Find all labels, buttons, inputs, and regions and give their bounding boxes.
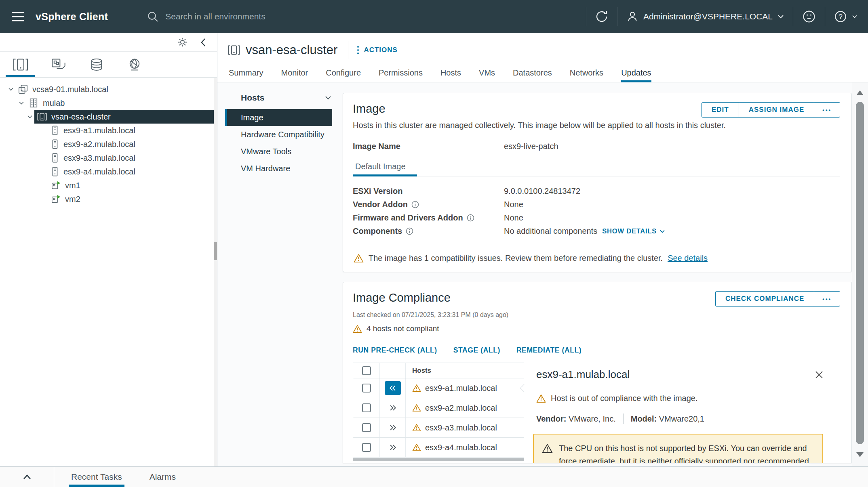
more-actions-button[interactable]: ••• [814, 103, 840, 117]
components-label: Components [353, 227, 402, 236]
tree-item-datacenter[interactable]: mulab [0, 96, 217, 110]
main-scrollbar-thumb[interactable] [856, 102, 864, 444]
edit-button[interactable]: EDIT [702, 103, 739, 117]
tab-networking[interactable] [116, 52, 154, 77]
tab-permissions[interactable]: Permissions [379, 64, 423, 82]
inventory-panel: vcsa9-01.mulab.local mulab vsan-esa-clus… [0, 33, 217, 466]
collapse-row-button[interactable] [385, 381, 401, 395]
tree-item-host[interactable]: esx9-a1.mulab.local [0, 124, 217, 137]
tab-summary[interactable]: Summary [229, 64, 263, 82]
gear-icon[interactable] [177, 37, 188, 48]
help-menu[interactable]: ? [834, 10, 857, 23]
close-icon[interactable] [814, 370, 824, 380]
select-all-checkbox[interactable] [362, 366, 371, 375]
cpu-warning-text: The CPU on this host is not supported by… [559, 442, 812, 463]
tab-datastores[interactable]: Datastores [513, 64, 552, 82]
hamburger-menu-icon[interactable] [0, 0, 36, 33]
subnav-item-vm-hardware[interactable]: VM Hardware [225, 160, 332, 177]
tab-vms[interactable]: VMs [479, 64, 495, 82]
collapse-panel-icon[interactable] [200, 38, 206, 47]
tab-alarms[interactable]: Alarms [147, 467, 178, 487]
top-bar: vSphere Client Administrator@VSPHERE.LOC… [0, 0, 868, 33]
divider [793, 7, 793, 26]
tree-item-vcenter[interactable]: vcsa9-01.mulab.local [0, 82, 217, 96]
tab-monitor[interactable]: Monitor [281, 64, 308, 82]
info-icon[interactable] [411, 201, 419, 208]
subnav-item-hardware-compatibility[interactable]: Hardware Compatibility [225, 126, 332, 143]
tab-hosts-and-clusters[interactable] [2, 52, 40, 77]
tab-networks[interactable]: Networks [570, 64, 603, 82]
stage-all-link[interactable]: STAGE (ALL) [453, 346, 500, 355]
row-checkbox[interactable] [362, 384, 371, 393]
tree-item-label: mulab [43, 99, 65, 108]
scroll-down-arrow[interactable] [856, 452, 864, 457]
assign-image-button[interactable]: ASSIGN IMAGE [739, 103, 814, 117]
row-checkbox[interactable] [362, 443, 371, 452]
tree-item-cluster[interactable]: vsan-esa-cluster [0, 110, 217, 124]
subnav-item-vmware-tools[interactable]: VMware Tools [225, 143, 332, 160]
warning-icon [353, 325, 362, 333]
tab-configure[interactable]: Configure [326, 64, 361, 82]
inventory-scrollbar-thumb[interactable] [214, 242, 217, 260]
show-details-button[interactable]: SHOW DETAILS [602, 227, 665, 235]
chevron-down-icon[interactable] [17, 101, 26, 105]
warning-icon [536, 394, 546, 403]
host-name: esx9-a2.mulab.local [425, 403, 497, 413]
row-checkbox[interactable] [362, 403, 371, 412]
tree-item-host[interactable]: esx9-a4.mulab.local [0, 165, 217, 178]
search-input[interactable] [165, 12, 339, 21]
table-row[interactable]: esx9-a3.mulab.local [353, 418, 524, 438]
warning-icon [412, 443, 421, 451]
info-icon[interactable] [467, 214, 474, 222]
table-row[interactable]: esx9-a4.mulab.local [353, 438, 524, 458]
footer-tabs: Recent Tasks Alarms [69, 467, 178, 487]
tree-item-vm[interactable]: vm1 [0, 178, 217, 192]
expand-row-button[interactable] [385, 401, 401, 415]
scroll-up-arrow[interactable] [856, 90, 864, 95]
tab-hosts[interactable]: Hosts [440, 64, 461, 82]
subnav-group-hosts[interactable]: Hosts [241, 93, 331, 103]
updates-subnav: Hosts Image Hardware Compatibility VMwar… [217, 82, 339, 466]
tree-item-host[interactable]: esx9-a2.mulab.local [0, 137, 217, 151]
divider [617, 7, 617, 26]
main-scrollbar[interactable] [852, 82, 868, 466]
subnav-item-image[interactable]: Image [225, 109, 332, 126]
tree-item-host[interactable]: esx9-a3.mulab.local [0, 151, 217, 165]
row-checkbox[interactable] [362, 423, 371, 432]
see-details-link[interactable]: See details [668, 254, 708, 263]
tab-recent-tasks[interactable]: Recent Tasks [69, 467, 124, 487]
table-horizontal-scrollbar[interactable] [353, 458, 524, 462]
hosts-column-header: Hosts [406, 363, 524, 378]
tab-default-image[interactable]: Default Image [353, 162, 417, 176]
expand-row-button[interactable] [385, 441, 401, 454]
expand-tasks-pane-button[interactable] [0, 467, 54, 487]
table-horizontal-scrollbar-thumb[interactable] [353, 458, 524, 461]
run-pre-check-all-link[interactable]: RUN PRE-CHECK (ALL) [353, 346, 437, 355]
hosts-table-header: Hosts [353, 363, 524, 378]
user-menu[interactable]: Administrator@VSPHERE.LOCAL [626, 10, 784, 23]
remediate-all-link[interactable]: REMEDIATE (ALL) [516, 346, 581, 355]
chevron-down-icon[interactable] [6, 87, 15, 91]
inventory-scrollbar[interactable] [214, 78, 217, 466]
refresh-button[interactable] [595, 10, 608, 23]
info-icon[interactable] [406, 227, 413, 235]
topbar-right: Administrator@VSPHERE.LOCAL ? [577, 0, 868, 33]
chevron-down-icon[interactable] [25, 115, 34, 119]
tab-vms-and-templates[interactable] [40, 52, 78, 77]
default-image-tab-bar: Default Image [353, 162, 840, 176]
tree-item-label: esx9-a4.mulab.local [63, 167, 135, 176]
tab-storage[interactable] [78, 52, 116, 77]
tab-updates[interactable]: Updates [621, 64, 651, 82]
more-actions-button[interactable]: ••• [814, 292, 840, 306]
check-compliance-button[interactable]: CHECK COMPLIANCE [716, 292, 814, 306]
table-row[interactable]: esx9-a2.mulab.local [353, 398, 524, 418]
vendor-addon-value: None [504, 200, 523, 209]
host-icon [51, 139, 59, 149]
actions-button[interactable]: ACTIONS [357, 46, 398, 54]
table-row[interactable]: esx9-a1.mulab.local [353, 378, 524, 398]
feedback-smiley-icon[interactable] [802, 10, 816, 23]
expand-row-button[interactable] [385, 421, 401, 435]
tree-item-vm[interactable]: vm2 [0, 192, 217, 206]
cluster-icon [37, 112, 47, 121]
tree-item-label: esx9-a3.mulab.local [63, 153, 135, 163]
